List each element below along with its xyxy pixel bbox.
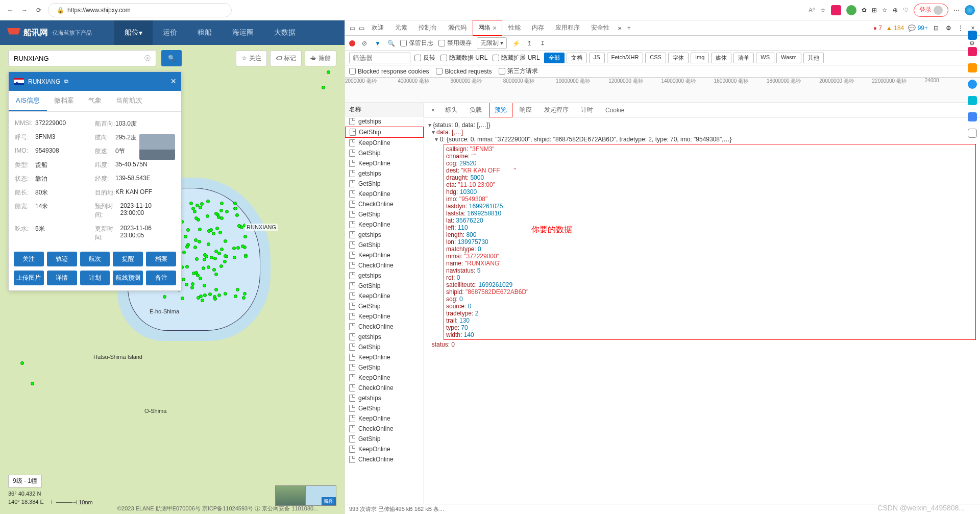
- ext-icon-5[interactable]: ⊕: [893, 7, 898, 14]
- timeline[interactable]: 2000000 毫秒4000000 毫秒6000000 毫秒8000000 毫秒…: [345, 78, 980, 103]
- filter-type-pill[interactable]: 清单: [733, 53, 754, 63]
- request-item[interactable]: GetShip: [345, 179, 424, 189]
- request-item[interactable]: GetShip: [345, 148, 424, 158]
- request-item[interactable]: CheckOnline: [345, 199, 424, 209]
- hide-ext-checkbox[interactable]: 隐藏扩展 URL: [493, 54, 540, 62]
- ext-icon-4[interactable]: ☆: [882, 7, 888, 14]
- clear-icon[interactable]: ⊘: [360, 39, 369, 47]
- tab-performance[interactable]: 性能: [503, 20, 526, 35]
- ext-icon-1[interactable]: [831, 5, 841, 15]
- filter-type-pill[interactable]: CSS: [645, 53, 666, 63]
- close-icon[interactable]: ×: [170, 76, 176, 87]
- request-item[interactable]: CheckOnline: [345, 322, 424, 332]
- request-item[interactable]: GetShip: [345, 209, 424, 219]
- request-item[interactable]: CheckOnline: [345, 454, 424, 464]
- filter-type-pill[interactable]: 媒体: [711, 53, 731, 63]
- resp-tab-headers[interactable]: 标头: [440, 103, 462, 117]
- map-ship-label[interactable]: RUNXIANG: [245, 224, 278, 231]
- ext-icon-2[interactable]: [846, 5, 856, 15]
- resp-tab-preview[interactable]: 预览: [489, 103, 512, 117]
- tab-sources[interactable]: 源代码: [443, 20, 472, 35]
- request-item[interactable]: KeepOnline: [345, 158, 424, 168]
- add-tab-icon[interactable]: +: [625, 24, 633, 32]
- issues-icon[interactable]: ⊡: [932, 24, 940, 32]
- nav-tab-data[interactable]: 大数据: [264, 20, 306, 45]
- filter-type-pill[interactable]: 文档: [567, 53, 587, 63]
- gear-icon[interactable]: ⚙: [944, 24, 952, 32]
- request-item[interactable]: GetShip: [345, 301, 424, 311]
- action-button[interactable]: 提醒: [113, 252, 143, 266]
- address-bar[interactable]: 🔒 https://www.shipxy.com: [48, 3, 232, 17]
- third-party-checkbox[interactable]: 第三方请求: [499, 67, 538, 76]
- tab-weather[interactable]: 气象: [81, 91, 109, 111]
- search-icon[interactable]: 🔍: [387, 39, 395, 47]
- zoom-level[interactable]: 9级 - 1幢: [8, 475, 42, 487]
- forward-icon[interactable]: →: [19, 5, 30, 15]
- tab-security[interactable]: 安全性: [586, 20, 615, 35]
- filter-type-pill[interactable]: JS: [589, 53, 605, 63]
- filter-input[interactable]: [349, 53, 410, 63]
- ext-icon-3[interactable]: ✿: [862, 7, 867, 14]
- device-icon[interactable]: ▭: [357, 24, 365, 32]
- request-item[interactable]: KeepOnline: [345, 138, 424, 148]
- tab-memory[interactable]: 内存: [527, 20, 549, 35]
- action-button[interactable]: 航线预测: [113, 271, 143, 285]
- filter-icon[interactable]: ▼: [374, 39, 382, 47]
- request-item[interactable]: GetShip: [345, 127, 424, 138]
- throttle-select[interactable]: 无限制 ▾: [477, 37, 507, 49]
- clear-icon[interactable]: ⓧ: [144, 54, 151, 63]
- request-item[interactable]: KeepOnline: [345, 444, 424, 454]
- request-item[interactable]: KeepOnline: [345, 219, 424, 230]
- action-button[interactable]: 航次: [80, 252, 110, 266]
- resp-tab-payload[interactable]: 负载: [464, 103, 487, 117]
- sb-outlook-icon[interactable]: [968, 80, 977, 89]
- json-preview[interactable]: ▾ {status: 0, data: [,…]} ▾ data: [,…] ▾…: [424, 117, 980, 504]
- resp-tab-initiator[interactable]: 发起程序: [539, 103, 574, 117]
- ship-thumbnail[interactable]: [139, 134, 175, 160]
- action-button[interactable]: 上传图片: [14, 271, 44, 285]
- request-item[interactable]: GetShip: [345, 362, 424, 373]
- follow-button[interactable]: ☆ 关注: [236, 51, 267, 66]
- tab-application[interactable]: 应用程序: [550, 20, 585, 35]
- wifi-icon[interactable]: ⚡: [512, 39, 520, 47]
- tab-profile[interactable]: 微档案: [47, 91, 81, 111]
- mark-button[interactable]: 🏷 标记: [270, 51, 302, 66]
- disable-cache-checkbox[interactable]: 禁用缓存: [438, 39, 472, 47]
- errors-badge[interactable]: ● 7: [873, 25, 882, 32]
- request-item[interactable]: GetShip: [345, 240, 424, 250]
- request-item[interactable]: GetShip: [345, 281, 424, 291]
- reload-icon[interactable]: ⟳: [34, 5, 44, 15]
- tab-welcome[interactable]: 欢迎: [366, 20, 389, 35]
- filter-type-pill[interactable]: Wasm: [776, 53, 801, 63]
- more-tabs-icon[interactable]: »: [616, 24, 624, 32]
- search-button[interactable]: 🔍: [161, 50, 182, 66]
- action-button[interactable]: 计划: [80, 271, 110, 285]
- search-input-box[interactable]: ⓧ: [8, 50, 156, 66]
- filter-type-pill[interactable]: 其他: [803, 53, 824, 63]
- action-button[interactable]: 备注: [146, 271, 176, 285]
- request-item[interactable]: CheckOnline: [345, 424, 424, 434]
- resp-tab-cookie[interactable]: Cookie: [600, 104, 629, 116]
- menu-icon[interactable]: ⋯: [953, 7, 960, 14]
- hide-data-checkbox[interactable]: 隐藏数据 URL: [440, 54, 487, 62]
- tab-ais[interactable]: AIS信息: [9, 91, 47, 111]
- dt-menu-icon[interactable]: ⋮: [957, 24, 965, 32]
- tab-elements[interactable]: 元素: [390, 20, 412, 35]
- resp-tab-timing[interactable]: 计时: [576, 103, 598, 117]
- external-link-icon[interactable]: ⧉: [64, 78, 68, 85]
- map-type-switch[interactable]: 海图: [275, 485, 336, 506]
- info-badge[interactable]: 💬 99+: [908, 25, 928, 32]
- nav-tab-price[interactable]: 运价: [153, 20, 187, 45]
- blocked-cookies-checkbox[interactable]: Blocked response cookies: [349, 68, 429, 75]
- tab-console[interactable]: 控制台: [413, 20, 442, 35]
- copilot-icon[interactable]: [965, 5, 975, 15]
- upload-icon[interactable]: ↥: [525, 39, 533, 47]
- sb-briefcase-icon[interactable]: [968, 63, 977, 72]
- request-item[interactable]: getships: [345, 271, 424, 281]
- login-button[interactable]: 登录: [914, 4, 948, 17]
- request-item[interactable]: KeepOnline: [345, 291, 424, 301]
- filter-type-pill[interactable]: 全部: [544, 53, 565, 63]
- sb-ico-5[interactable]: [968, 96, 977, 105]
- ext-icon-6[interactable]: ♡: [903, 7, 909, 14]
- resp-close-icon[interactable]: ×: [428, 107, 438, 114]
